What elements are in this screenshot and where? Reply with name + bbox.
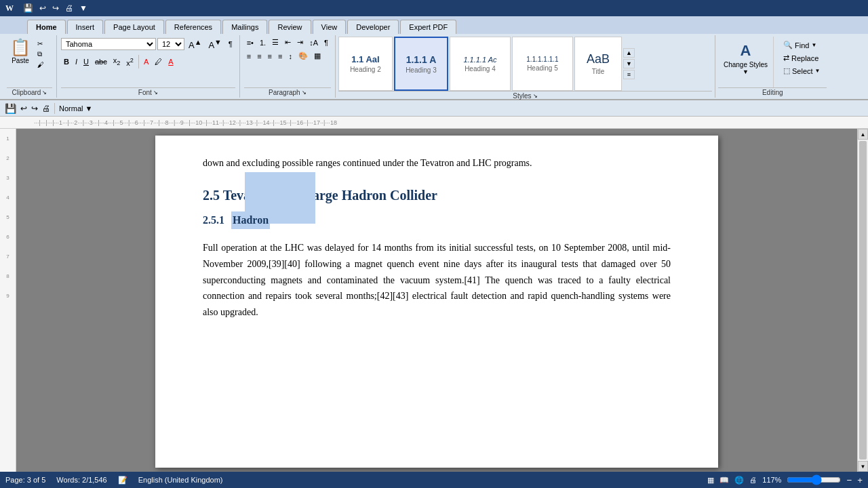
customize-qat-button[interactable]: ▼ xyxy=(77,3,90,14)
styles-scroll-up-button[interactable]: ▲ xyxy=(623,48,635,58)
font-row-1: Tahoma 12 A▲ A▼ ¶ xyxy=(61,37,235,52)
numbering-button[interactable]: 1. xyxy=(257,37,269,48)
tab-developer[interactable]: Developer xyxy=(347,20,399,34)
word-count: Words: 2/1,546 xyxy=(56,476,106,484)
font-controls: Tahoma 12 A▲ A▼ ¶ B I U abc x2 x2 A 🖊 A xyxy=(61,37,235,87)
view-print-button[interactable]: 🖨 xyxy=(749,476,757,484)
body-paragraph: Full operation at the LHC was delayed fo… xyxy=(203,240,671,321)
font-size-select[interactable]: 12 xyxy=(157,38,184,50)
copy-button[interactable]: ⧉ xyxy=(35,49,46,59)
heading5-style-button[interactable]: 1.1.1.1.1.1 Heading 5 xyxy=(512,37,573,91)
print-button[interactable]: 🖨 xyxy=(63,3,75,14)
subscript-button[interactable]: x2 xyxy=(111,55,123,68)
title-style-button[interactable]: AaB Title xyxy=(574,37,622,91)
redo-button[interactable]: ↪ xyxy=(50,3,61,14)
editing-label-row: Editing xyxy=(718,87,827,96)
tab-review[interactable]: Review xyxy=(269,20,311,34)
doc-icon: 📝 xyxy=(118,476,127,485)
cut-button[interactable]: ✂ xyxy=(35,39,46,48)
decrease-indent-button[interactable]: ⇤ xyxy=(282,37,294,48)
clear-format-button[interactable]: ¶ xyxy=(226,39,235,49)
page-info: Page: 3 of 5 xyxy=(5,476,45,484)
align-right-button[interactable]: ≡ xyxy=(265,50,275,62)
underline-button[interactable]: U xyxy=(81,56,92,67)
clipboard-label: Clipboard xyxy=(12,89,41,96)
tab-references[interactable]: References xyxy=(165,20,221,34)
editing-content: A Change Styles ▼ 🔍 Find ▼ ⇄ Replace ⬚ xyxy=(718,37,827,87)
border-button[interactable]: ▦ xyxy=(311,50,323,62)
doc-redo-button[interactable]: ↪ xyxy=(29,104,40,113)
clipboard-small-buttons: ✂ ⧉ 🖌 xyxy=(35,39,46,69)
clipboard-group: 📋 Paste ✂ ⧉ 🖌 Clipboard ↘ xyxy=(3,35,57,98)
font-grow-button[interactable]: A▲ xyxy=(186,37,204,52)
change-styles-button[interactable]: A Change Styles ▼ xyxy=(721,39,770,78)
heading2-label: Heading 2 xyxy=(350,66,381,73)
undo-button[interactable]: ↩ xyxy=(37,3,48,14)
font-color-button[interactable]: A xyxy=(165,56,176,67)
styles-more-button[interactable]: ≡ xyxy=(623,70,635,79)
find-button[interactable]: 🔍 Find ▼ xyxy=(779,39,825,51)
style-dropdown-button[interactable]: Normal ▼ xyxy=(57,104,94,113)
save-button[interactable]: 💾 xyxy=(21,3,35,14)
replace-button[interactable]: ⇄ Replace xyxy=(779,52,825,64)
tab-insert[interactable]: Insert xyxy=(67,20,104,34)
view-normal-button[interactable]: ▦ xyxy=(707,476,714,485)
change-styles-label: Change Styles xyxy=(724,61,768,68)
line-spacing-button[interactable]: ↕ xyxy=(285,50,295,62)
clipboard-expand-icon[interactable]: ↘ xyxy=(42,89,47,96)
zoom-out-button[interactable]: − xyxy=(846,475,852,485)
heading4-style-button[interactable]: 1.1.1.1 Ac Heading 4 xyxy=(450,37,511,91)
multilevel-list-button[interactable]: ☰ xyxy=(269,37,281,48)
styles-scroll-down-button[interactable]: ▼ xyxy=(623,59,635,68)
ruler-marks: ···|···|···|···1···|···2···|···3···|···4… xyxy=(34,119,337,126)
strikethrough-button[interactable]: abc xyxy=(92,56,110,67)
align-center-button[interactable]: ≡ xyxy=(254,50,264,62)
show-formatting-button[interactable]: ¶ xyxy=(321,37,331,48)
heading-2-5-1-container: 2.5.1 Hadron xyxy=(203,211,671,229)
tab-mailings[interactable]: Mailings xyxy=(222,20,267,34)
bold-button[interactable]: B xyxy=(61,56,72,67)
superscript-button[interactable]: x2 xyxy=(123,56,136,68)
font-family-select[interactable]: Tahoma xyxy=(61,38,156,50)
paragraph-expand-icon[interactable]: ↘ xyxy=(302,89,307,96)
doc-print-button[interactable]: 🖨 xyxy=(40,104,52,113)
bullets-button[interactable]: ≡• xyxy=(244,37,256,48)
zoom-slider[interactable] xyxy=(787,474,841,485)
scroll-up-button[interactable]: ▲ xyxy=(858,129,868,140)
doc-undo-button[interactable]: ↩ xyxy=(18,104,29,113)
doc-save-button[interactable]: 💾 xyxy=(3,103,18,114)
paragraph-controls: ≡• 1. ☰ ⇤ ⇥ ↕A ¶ ≡ ≡ ≡ ≡ ↕ 🎨 ▦ xyxy=(244,37,331,87)
justify-button[interactable]: ≡ xyxy=(275,50,285,62)
find-label: Find xyxy=(795,41,809,49)
editing-group: A Change Styles ▼ 🔍 Find ▼ ⇄ Replace ⬚ xyxy=(715,35,830,98)
tab-page-layout[interactable]: Page Layout xyxy=(104,20,164,34)
scroll-thumb[interactable] xyxy=(859,141,867,460)
vertical-scrollbar[interactable]: ▲ ▼ xyxy=(857,129,868,472)
align-left-button[interactable]: ≡ xyxy=(244,50,254,62)
highlight-button[interactable]: 🖊 xyxy=(152,56,165,67)
text-color-button[interactable]: A xyxy=(141,56,151,67)
format-painter-button[interactable]: 🖌 xyxy=(35,60,46,69)
scroll-down-button[interactable]: ▼ xyxy=(858,461,868,472)
heading2-style-button[interactable]: 1.1 AaI Heading 2 xyxy=(338,37,393,91)
italic-button[interactable]: I xyxy=(73,56,80,67)
doc-scroll-area[interactable]: down and excluding possible ranges conti… xyxy=(16,129,857,472)
sort-button[interactable]: ↕A xyxy=(307,37,321,48)
heading3-style-button[interactable]: 1.1.1 A Heading 3 xyxy=(394,37,448,91)
shading-button[interactable]: 🎨 xyxy=(296,50,311,62)
heading-2-5-1-number: 2.5.1 xyxy=(203,211,224,229)
styles-label-row: Styles ↘ xyxy=(338,91,712,100)
view-web-button[interactable]: 🌐 xyxy=(734,476,744,485)
font-shrink-button[interactable]: A▼ xyxy=(205,37,224,52)
find-icon: 🔍 xyxy=(783,41,793,49)
increase-indent-button[interactable]: ⇥ xyxy=(294,37,306,48)
tab-view[interactable]: View xyxy=(313,20,347,34)
view-reading-button[interactable]: 📖 xyxy=(719,476,729,485)
tab-home[interactable]: Home xyxy=(27,20,66,34)
font-expand-icon[interactable]: ↘ xyxy=(153,89,158,96)
styles-expand-icon[interactable]: ↘ xyxy=(533,93,538,99)
select-button[interactable]: ⬚ Select ▼ xyxy=(779,65,825,77)
zoom-in-button[interactable]: + xyxy=(857,475,863,485)
tab-expert-pdf[interactable]: Expert PDF xyxy=(400,20,456,34)
paste-button[interactable]: 📋 Paste xyxy=(7,37,34,66)
